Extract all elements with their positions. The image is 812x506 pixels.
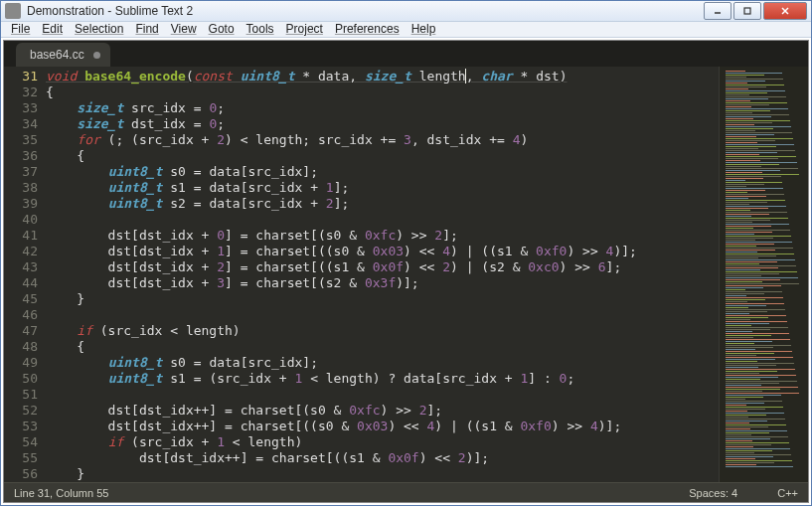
minimap-stripe xyxy=(726,331,752,332)
line-number[interactable]: 41 xyxy=(4,228,38,244)
menu-file[interactable]: File xyxy=(11,22,30,36)
line-number[interactable]: 54 xyxy=(4,434,38,450)
line-number[interactable]: 34 xyxy=(4,116,38,132)
minimap-stripe xyxy=(726,210,750,211)
status-spaces[interactable]: Spaces: 4 xyxy=(689,487,737,499)
line-number[interactable]: 51 xyxy=(4,387,38,403)
menu-view[interactable]: View xyxy=(171,22,197,36)
minimap-stripe xyxy=(726,88,748,89)
menu-preferences[interactable]: Preferences xyxy=(335,22,400,36)
line-number[interactable]: 38 xyxy=(4,180,38,196)
minimap-stripe xyxy=(726,214,769,215)
code-line[interactable]: for (; (src_idx + 2) < length; src_idx +… xyxy=(46,132,719,148)
menu-tools[interactable]: Tools xyxy=(246,22,274,36)
minimap-stripe xyxy=(726,327,788,328)
code-line[interactable]: dst[dst_idx++] = charset[((s1 & 0x0f) <<… xyxy=(46,450,719,466)
line-number[interactable]: 39 xyxy=(4,196,38,212)
minimap-stripe xyxy=(726,295,746,296)
line-number[interactable]: 56 xyxy=(4,466,38,482)
code-line[interactable]: dst[dst_idx++] = charset[(s0 & 0xfc) >> … xyxy=(46,403,719,419)
menubar: File Edit Selection Find View Goto Tools… xyxy=(1,22,811,38)
code-line[interactable]: uint8_t s0 = data[src_idx]; xyxy=(46,355,719,371)
minimap[interactable] xyxy=(719,67,808,482)
code-line[interactable] xyxy=(46,387,719,403)
minimap-stripe xyxy=(726,417,748,418)
minimap-stripe xyxy=(726,112,752,113)
minimize-button[interactable] xyxy=(704,2,731,20)
minimap-stripe xyxy=(726,132,792,133)
minimap-stripe xyxy=(726,305,766,306)
status-position[interactable]: Line 31, Column 55 xyxy=(14,487,108,499)
line-number[interactable]: 35 xyxy=(4,132,38,148)
code-line[interactable]: uint8_t s1 = (src_idx + 1 < length) ? da… xyxy=(46,371,719,387)
line-number[interactable]: 45 xyxy=(4,291,38,307)
code-line[interactable]: uint8_t s0 = data[src_idx]; xyxy=(46,164,719,180)
code-line[interactable]: dst[dst_idx + 1] = charset[((s0 & 0x03) … xyxy=(46,244,719,259)
menu-find[interactable]: Find xyxy=(135,22,158,36)
code-line[interactable]: if (src_idx < length) xyxy=(46,323,719,339)
line-number[interactable]: 36 xyxy=(4,148,38,164)
menu-project[interactable]: Project xyxy=(286,22,323,36)
menu-goto[interactable]: Goto xyxy=(209,22,235,36)
minimap-stripe xyxy=(726,337,753,338)
minimap-stripe xyxy=(726,297,783,298)
line-gutter[interactable]: 3132333435363738394041424344454647484950… xyxy=(4,67,46,482)
code-line[interactable]: dst[dst_idx + 2] = charset[((s1 & 0x0f) … xyxy=(46,259,719,275)
line-number[interactable]: 53 xyxy=(4,419,38,434)
code-line[interactable]: void base64_encode(const uint8_t * data,… xyxy=(46,69,719,84)
minimap-stripe xyxy=(726,154,759,155)
status-language[interactable]: C++ xyxy=(777,487,798,499)
line-number[interactable]: 46 xyxy=(4,307,38,323)
code-line[interactable]: { xyxy=(46,84,719,100)
line-number[interactable]: 47 xyxy=(4,323,38,339)
minimap-stripe xyxy=(726,345,791,346)
code-editor[interactable]: void base64_encode(const uint8_t * data,… xyxy=(46,67,719,482)
line-number[interactable]: 40 xyxy=(4,212,38,228)
code-line[interactable]: } xyxy=(46,291,719,307)
line-number[interactable]: 33 xyxy=(4,100,38,116)
line-number[interactable]: 32 xyxy=(4,84,38,100)
code-line[interactable]: { xyxy=(46,339,719,355)
code-line[interactable] xyxy=(46,307,719,323)
line-number[interactable]: 43 xyxy=(4,259,38,275)
code-line[interactable]: uint8_t s2 = data[src_idx + 2]; xyxy=(46,196,719,212)
line-number[interactable]: 55 xyxy=(4,450,38,466)
minimap-stripe xyxy=(726,315,786,316)
code-line[interactable]: if (src_idx + 1 < length) xyxy=(46,434,719,450)
menu-help[interactable]: Help xyxy=(411,22,436,36)
line-number[interactable]: 49 xyxy=(4,355,38,371)
code-line[interactable] xyxy=(46,212,719,228)
line-number[interactable]: 44 xyxy=(4,275,38,291)
line-number[interactable]: 50 xyxy=(4,371,38,387)
minimap-stripe xyxy=(726,75,764,76)
code-line[interactable]: size_t src_idx = 0; xyxy=(46,100,719,116)
line-number[interactable]: 37 xyxy=(4,164,38,180)
close-button[interactable] xyxy=(763,2,807,20)
minimap-stripe xyxy=(726,108,788,109)
minimap-stripe xyxy=(726,250,775,251)
code-line[interactable]: dst[dst_idx + 0] = charset[(s0 & 0xfc) >… xyxy=(46,228,719,244)
tab-base64[interactable]: base64.cc xyxy=(16,43,110,67)
minimap-stripe xyxy=(726,164,779,165)
line-number[interactable]: 52 xyxy=(4,403,38,419)
minimap-stripe xyxy=(726,399,745,400)
menu-selection[interactable]: Selection xyxy=(75,22,123,36)
line-number[interactable]: 42 xyxy=(4,244,38,259)
minimap-stripe xyxy=(726,387,798,388)
tab-bar[interactable]: base64.cc xyxy=(4,41,808,67)
code-line[interactable]: } xyxy=(46,466,719,482)
minimap-stripe xyxy=(726,252,757,253)
minimap-stripe xyxy=(726,178,763,179)
code-line[interactable]: dst[dst_idx++] = charset[((s0 & 0x03) <<… xyxy=(46,419,719,434)
menu-edit[interactable]: Edit xyxy=(42,22,63,36)
code-line[interactable]: dst[dst_idx + 3] = charset[(s2 & 0x3f)]; xyxy=(46,275,719,291)
titlebar[interactable]: Demonstration - Sublime Text 2 xyxy=(1,1,811,22)
code-line[interactable]: size_t dst_idx = 0; xyxy=(46,116,719,132)
line-number[interactable]: 31 xyxy=(4,69,38,84)
minimap-stripe xyxy=(726,436,788,437)
code-line[interactable]: { xyxy=(46,148,719,164)
maximize-button[interactable] xyxy=(733,2,761,20)
code-line[interactable]: uint8_t s1 = data[src_idx + 1]; xyxy=(46,180,719,196)
line-number[interactable]: 48 xyxy=(4,339,38,355)
minimap-stripe xyxy=(726,419,785,420)
